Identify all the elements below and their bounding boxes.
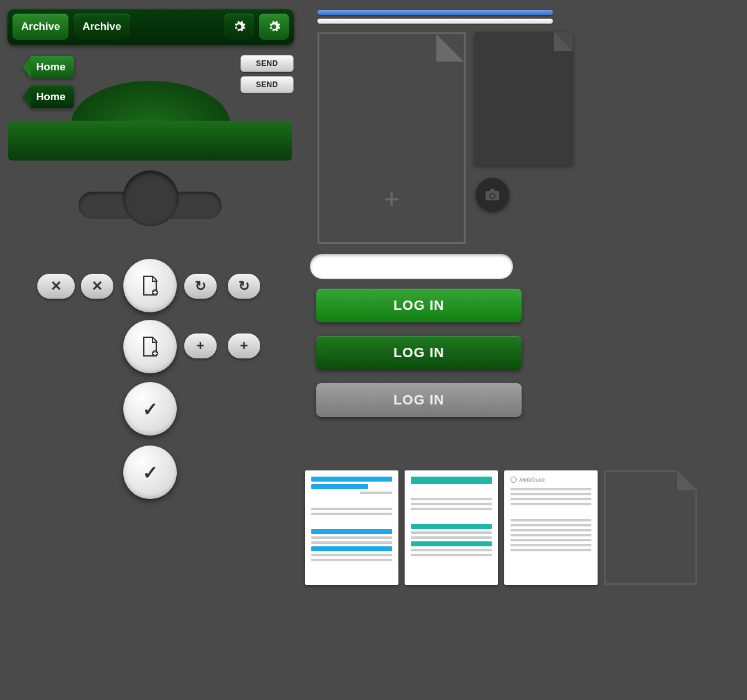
- chevron-left-icon: [22, 86, 31, 108]
- document-thumb-empty[interactable]: [604, 470, 697, 585]
- plus-icon: +: [383, 184, 400, 215]
- close-icon: ✕: [92, 278, 103, 294]
- send-button-1[interactable]: SEND: [240, 55, 294, 72]
- confirm-button-1[interactable]: ✓: [123, 382, 177, 436]
- home-label-1: Home: [36, 61, 65, 73]
- slider-knob[interactable]: [123, 170, 179, 226]
- toolbar: Archive Archive: [7, 9, 294, 45]
- plus-icon: +: [197, 338, 205, 354]
- check-icon: ✓: [143, 462, 158, 483]
- chevron-left-icon: [22, 56, 31, 78]
- close-pill-2[interactable]: ✕: [81, 274, 113, 299]
- login-label-1: LOG IN: [393, 297, 444, 314]
- refresh-pill-1[interactable]: ↻: [184, 274, 217, 299]
- close-pill-1[interactable]: ✕: [37, 274, 75, 299]
- login-button-1[interactable]: LOG IN: [316, 289, 522, 322]
- check-icon: ✓: [143, 398, 158, 420]
- archive-button-1[interactable]: Archive: [12, 14, 68, 40]
- gear-icon: [267, 20, 281, 34]
- settings-button-1[interactable]: [224, 14, 254, 40]
- send-label-1: SEND: [256, 59, 278, 68]
- archive-label-1: Archive: [21, 21, 60, 33]
- home-label-2: Home: [36, 91, 65, 103]
- refresh-pill-2[interactable]: ↻: [228, 274, 260, 299]
- new-document-button-2[interactable]: [123, 320, 177, 373]
- tab-hump: [71, 81, 230, 124]
- camera-button[interactable]: [476, 178, 509, 212]
- home-button-2[interactable]: Home: [22, 86, 74, 108]
- document-placeholder-large[interactable]: +: [317, 32, 466, 244]
- plus-icon: +: [240, 338, 248, 354]
- settings-button-2[interactable]: [259, 14, 289, 40]
- archive-label-2: Archive: [82, 21, 121, 33]
- login-label-2: LOG IN: [393, 345, 444, 361]
- add-pill-1[interactable]: +: [184, 334, 217, 358]
- login-label-3: LOG IN: [393, 392, 444, 408]
- svg-point-5: [491, 194, 494, 198]
- close-icon: ✕: [50, 278, 62, 294]
- confirm-button-2[interactable]: ✓: [123, 446, 177, 499]
- refresh-icon: ↻: [195, 278, 206, 294]
- bottom-tray: [8, 121, 292, 161]
- document-add-icon: [141, 336, 159, 357]
- document-thumb-2[interactable]: [405, 470, 498, 585]
- search-input[interactable]: [310, 254, 513, 279]
- document-placeholder-small[interactable]: [474, 32, 573, 166]
- gear-icon: [232, 20, 246, 34]
- document-thumb-1[interactable]: [305, 470, 398, 585]
- send-label-2: SEND: [256, 80, 278, 89]
- page-fold-icon: [436, 34, 464, 62]
- progress-bar-white: [317, 19, 553, 24]
- new-document-button[interactable]: [123, 259, 177, 312]
- page-fold-icon: [677, 470, 697, 490]
- login-button-disabled: LOG IN: [316, 383, 522, 417]
- document-add-icon: [141, 275, 159, 296]
- login-button-2[interactable]: LOG IN: [316, 336, 522, 370]
- page-fold-icon: [554, 32, 573, 51]
- add-pill-2[interactable]: +: [228, 334, 260, 358]
- document-thumb-3[interactable]: Melaleuca: [504, 470, 598, 585]
- home-button-1[interactable]: Home: [22, 56, 74, 78]
- progress-bar-blue: [317, 10, 553, 15]
- refresh-icon: ↻: [238, 278, 250, 294]
- archive-button-2[interactable]: Archive: [73, 14, 129, 40]
- svg-rect-3: [490, 189, 495, 192]
- send-button-2[interactable]: SEND: [240, 76, 294, 93]
- camera-icon: [485, 189, 500, 201]
- document-thumbnails: Melaleuca: [305, 470, 697, 585]
- brand-logo: Melaleuca: [510, 477, 591, 483]
